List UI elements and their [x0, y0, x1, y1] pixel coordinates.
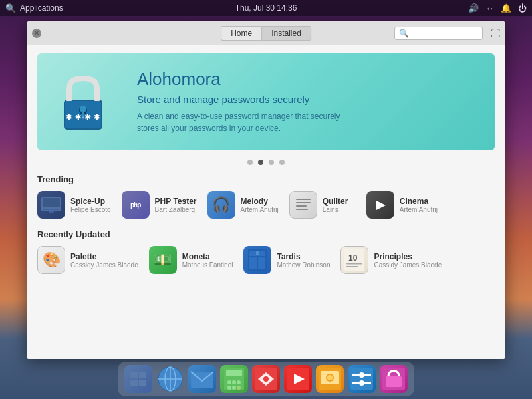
svg-point-52 — [359, 372, 364, 378]
app-item-php[interactable]: php PHP Tester Bart Zaalberg — [122, 191, 197, 219]
svg-rect-13 — [296, 205, 307, 207]
svg-text:10: 10 — [348, 253, 358, 263]
network-icon[interactable]: ↔ — [485, 3, 494, 13]
svg-rect-24 — [130, 372, 138, 378]
dot-4[interactable] — [279, 160, 285, 165]
trending-apps-row: Spice-Up Felipe Escoto php PHP Tester Ba… — [37, 191, 495, 219]
principles-info: Principles Cassidy James Blaede — [374, 252, 442, 269]
dock-video-icon[interactable] — [284, 365, 312, 393]
dock-mail-icon[interactable] — [188, 365, 216, 393]
palette-name: Palette — [70, 252, 138, 261]
window-titlebar: ✕ Home Installed 🔍 ⛶ — [27, 21, 505, 45]
tardis-icon — [243, 246, 271, 274]
app-item-tardis[interactable]: Tardis Mathew Robinson — [243, 246, 330, 274]
close-button[interactable]: ✕ — [32, 29, 41, 38]
dock-store-icon[interactable] — [380, 365, 408, 393]
svg-point-40 — [232, 386, 236, 390]
svg-rect-17 — [249, 257, 257, 269]
installed-tab[interactable]: Installed — [261, 26, 311, 41]
melody-author: Artem Anufrij — [241, 206, 279, 213]
dock-calc-icon[interactable] — [220, 365, 248, 393]
palette-icon: 🎨 — [37, 246, 65, 274]
quilter-author: Lains — [323, 206, 348, 213]
dock — [118, 362, 414, 396]
spiceup-author: Felipe Escoto — [70, 206, 111, 213]
svg-point-44 — [263, 376, 269, 382]
hero-banner[interactable]: **** ✱✱✱✱ Alohomora Store and manage pas… — [37, 53, 495, 150]
volume-icon[interactable]: 🔊 — [468, 3, 479, 13]
search-input[interactable] — [412, 29, 478, 38]
dock-settings-icon[interactable] — [348, 365, 376, 393]
topbar: 🔍 Applications Thu, Jul 30 14:36 🔊 ↔ 🔔 ⏻ — [0, 0, 532, 16]
tardis-author: Mathew Robinson — [277, 261, 330, 269]
spiceup-icon — [37, 191, 65, 219]
principles-author: Cassidy James Blaede — [374, 261, 442, 269]
svg-rect-11 — [296, 199, 311, 200]
svg-point-39 — [227, 386, 231, 390]
expand-button[interactable]: ⛶ — [491, 28, 500, 39]
topbar-left: 🔍 Applications — [5, 3, 63, 13]
quilter-icon — [289, 191, 317, 219]
cinema-name: Cinema — [400, 197, 438, 206]
window-content: **** ✱✱✱✱ Alohomora Store and manage pas… — [27, 45, 505, 359]
spiceup-name: Spice-Up — [70, 197, 111, 206]
php-name: PHP Tester — [155, 197, 197, 206]
apps-menu-icon: 🔍 — [5, 3, 16, 13]
recently-updated-apps-row: 🎨 Palette Cassidy James Blaede 💵 Moneta … — [37, 246, 495, 274]
home-tab[interactable]: Home — [221, 26, 261, 41]
palette-author: Cassidy James Blaede — [70, 261, 138, 269]
svg-rect-26 — [130, 380, 138, 386]
svg-point-38 — [237, 380, 241, 384]
hero-description: A clean and easy-to-use password manager… — [137, 110, 350, 134]
app-item-moneta[interactable]: 💵 Moneta Matheus Fantinel — [149, 246, 233, 274]
topbar-right: 🔊 ↔ 🔔 ⏻ — [468, 3, 527, 13]
melody-name: Melody — [241, 197, 279, 206]
hero-subtitle: Store and manage passwords securely — [137, 94, 350, 105]
moneta-info: Moneta Matheus Fantinel — [182, 252, 233, 269]
svg-rect-23 — [346, 266, 358, 267]
dot-3[interactable] — [269, 160, 274, 165]
quilter-name: Quilter — [323, 197, 348, 206]
app-item-spiceup[interactable]: Spice-Up Felipe Escoto — [37, 191, 111, 219]
app-item-principles[interactable]: 10 Principles Cassidy James Blaede — [340, 246, 442, 274]
melody-icon: 🎧 — [207, 191, 235, 219]
tardis-name: Tardis — [277, 252, 330, 261]
app-item-cinema[interactable]: ▶ Cinema Artem Anufrij — [366, 191, 438, 219]
dock-multitask-icon[interactable] — [124, 365, 152, 393]
power-icon[interactable]: ⏻ — [518, 3, 527, 13]
svg-rect-22 — [346, 263, 362, 265]
hero-app-name: Alohomora — [137, 69, 350, 90]
svg-rect-25 — [139, 372, 146, 378]
trending-section-title: Trending — [37, 174, 495, 184]
svg-point-37 — [232, 380, 236, 384]
app-item-melody[interactable]: 🎧 Melody Artem Anufrij — [207, 191, 279, 219]
cinema-info: Cinema Artem Anufrij — [400, 197, 438, 213]
svg-rect-8 — [43, 198, 60, 207]
php-icon: php — [122, 191, 150, 219]
dot-2[interactable] — [258, 160, 263, 165]
svg-point-50 — [327, 375, 332, 380]
app-item-quilter[interactable]: Quilter Lains — [289, 191, 356, 219]
notification-icon[interactable]: 🔔 — [501, 3, 511, 13]
app-item-palette[interactable]: 🎨 Palette Cassidy James Blaede — [37, 246, 138, 274]
dock-browser-icon[interactable] — [156, 365, 184, 393]
svg-rect-9 — [43, 209, 60, 210]
quilter-info: Quilter Lains — [323, 197, 348, 213]
principles-name: Principles — [374, 252, 442, 261]
cinema-author: Artem Anufrij — [400, 206, 438, 213]
topbar-datetime: Thu, Jul 30 14:36 — [235, 3, 297, 13]
dock-music-icon[interactable] — [252, 365, 280, 393]
php-info: PHP Tester Bart Zaalberg — [155, 197, 197, 213]
dock-photos-icon[interactable] — [316, 365, 344, 393]
dot-1[interactable] — [247, 160, 253, 165]
principles-icon: 10 — [340, 246, 368, 274]
tardis-info: Tardis Mathew Robinson — [277, 252, 330, 269]
spiceup-info: Spice-Up Felipe Escoto — [70, 197, 111, 213]
apps-menu-label[interactable]: Applications — [20, 3, 63, 13]
recently-updated-section-title: Recently Updated — [37, 229, 495, 239]
svg-point-53 — [359, 380, 364, 386]
svg-rect-10 — [49, 211, 54, 213]
svg-rect-12 — [296, 202, 311, 203]
palette-info: Palette Cassidy James Blaede — [70, 252, 138, 269]
svg-rect-35 — [226, 370, 242, 376]
